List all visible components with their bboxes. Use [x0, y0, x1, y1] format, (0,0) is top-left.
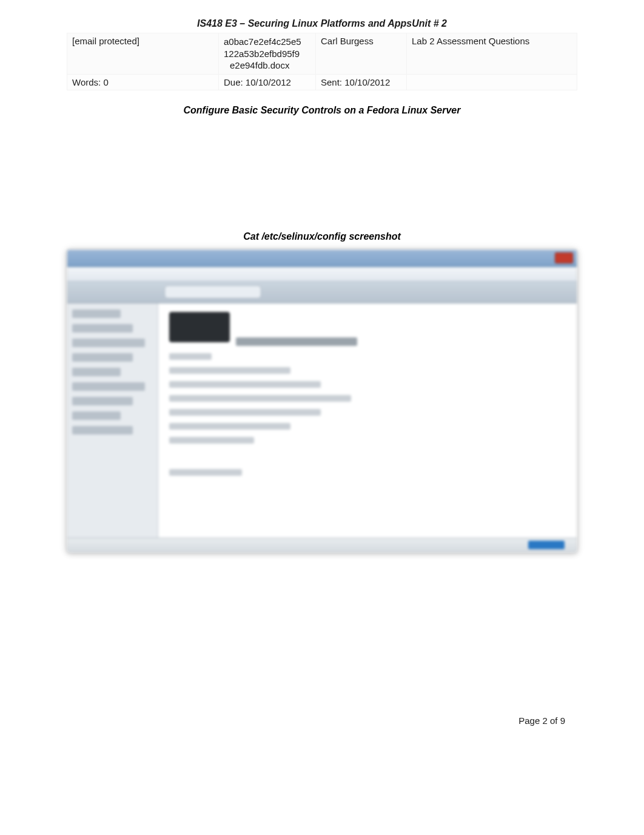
- content-line: [169, 437, 254, 444]
- tree-item: [72, 368, 121, 376]
- window-status-bar: [67, 538, 577, 552]
- document-subtitle: Configure Basic Security Controls on a F…: [67, 105, 577, 116]
- filename-line: 122a53b2efbd95f9: [224, 48, 310, 60]
- content-line: [169, 381, 321, 388]
- status-accent: [528, 541, 565, 549]
- content-line: [169, 423, 290, 430]
- due-cell: Due: 10/10/2012: [219, 74, 316, 90]
- tree-item: [72, 397, 133, 405]
- window-titlebar: [67, 250, 577, 267]
- sent-cell: Sent: 10/10/2012: [316, 74, 407, 90]
- content-line: [169, 395, 351, 402]
- tree-item: [72, 353, 133, 362]
- content-line: [236, 337, 357, 346]
- page-number: Page 2 of 9: [518, 715, 565, 726]
- author-cell: Carl Burgess: [316, 33, 407, 75]
- content-line: [169, 409, 321, 416]
- window-body: [67, 303, 577, 538]
- tree-item: [72, 411, 121, 420]
- tree-item: [72, 426, 133, 434]
- toolbar-pill: [164, 285, 261, 299]
- content-panel: [158, 303, 577, 538]
- page-title: IS418 E3 – Securing Linux Platforms and …: [67, 18, 577, 29]
- window-menu-bar: [67, 267, 577, 282]
- assignment-cell: Lab 2 Assessment Questions: [407, 33, 577, 75]
- document-info-table: [email protected] a0bac7e2ef4c25e5 122a5…: [67, 33, 577, 90]
- tree-item: [72, 309, 121, 318]
- window-toolbar: [67, 282, 577, 303]
- words-cell: Words: 0: [67, 74, 219, 90]
- blank-cell: [407, 74, 577, 90]
- table-row: [email protected] a0bac7e2ef4c25e5 122a5…: [67, 33, 577, 75]
- filename-line: a0bac7e2ef4c25e5: [224, 36, 310, 48]
- blurred-screenshot: [67, 249, 577, 553]
- tree-item: [72, 339, 145, 347]
- close-icon: [555, 252, 573, 263]
- content-line: [169, 367, 290, 374]
- table-row: Words: 0 Due: 10/10/2012 Sent: 10/10/201…: [67, 74, 577, 90]
- tree-item: [72, 382, 145, 391]
- left-tree-panel: [67, 303, 158, 538]
- filename-cell: a0bac7e2ef4c25e5 122a53b2efbd95f9 e2e94f…: [219, 33, 316, 75]
- terminal-icon: [169, 312, 230, 342]
- screenshot-caption: Cat /etc/selinux/config screenshot: [67, 231, 577, 242]
- tree-item: [72, 324, 133, 333]
- filename-line: e2e94fdb.docx: [224, 59, 310, 72]
- content-line: [169, 353, 212, 360]
- email-cell: [email protected]: [67, 33, 219, 75]
- content-line: [169, 469, 242, 476]
